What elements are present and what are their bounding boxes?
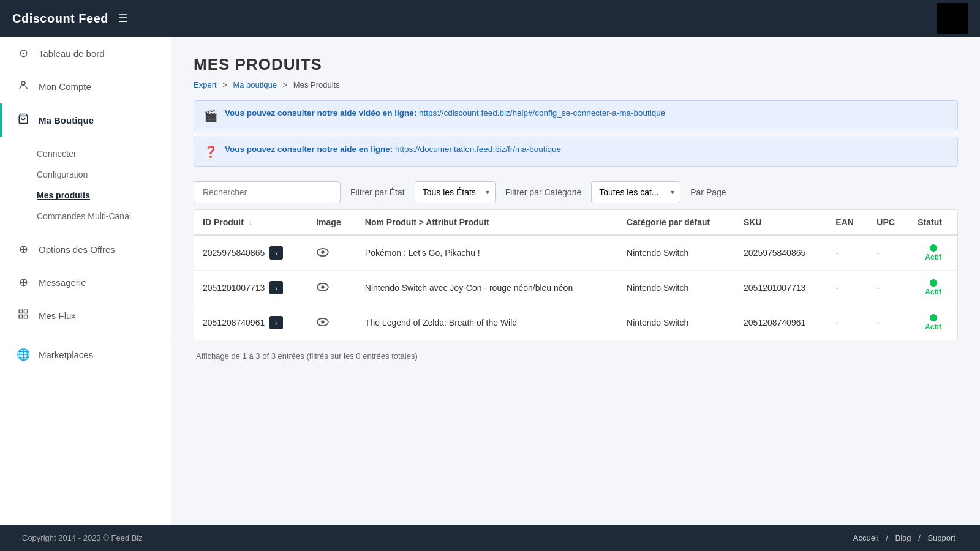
video-banner-link[interactable]: https://cdiscount.feed.biz/help#/config_…: [419, 108, 665, 118]
eye-icon[interactable]: [316, 281, 330, 294]
svg-rect-4: [19, 315, 22, 318]
sidebar-divider: [0, 335, 171, 335]
etat-select-wrapper: Tous les États Actif Inactif: [415, 181, 496, 203]
brand-title: Cdiscount Feed: [12, 12, 108, 26]
expand-button[interactable]: ›: [270, 246, 283, 260]
col-nom: Nom Produit > Attribut Produit: [356, 210, 618, 235]
cell-ean: -: [827, 235, 868, 271]
filters-row: Filtrer par État Tous les États Actif In…: [194, 181, 958, 203]
video-icon: 🎬: [204, 109, 217, 122]
breadcrumb: Expert > Ma boutique > Mes Produits: [194, 80, 958, 89]
sidebar-item-marketplaces[interactable]: 🌐 Marketplaces: [0, 338, 171, 371]
products-table-container: ID Produit ↕ Image Nom Produit > Attribu…: [194, 209, 958, 340]
eye-icon[interactable]: [316, 246, 330, 260]
cell-id: 2025975840865 ›: [194, 235, 307, 271]
status-dot: [930, 244, 937, 252]
col-ean: EAN: [827, 210, 868, 235]
svg-point-0: [21, 81, 25, 85]
footer-support[interactable]: Support: [927, 533, 956, 542]
menu-icon[interactable]: ☰: [118, 12, 128, 25]
svg-point-11: [322, 320, 325, 323]
cell-image: [307, 235, 356, 271]
cell-nom: Pokémon : Let's Go, Pikachu !: [356, 235, 618, 271]
sidebar-label-marketplaces: Marketplaces: [39, 350, 93, 360]
cell-upc: -: [868, 305, 909, 340]
sidebar-item-options[interactable]: ⊕ Options des Offres: [0, 233, 171, 266]
col-sku: SKU: [735, 210, 827, 235]
svg-rect-5: [24, 315, 28, 318]
col-categorie: Catégorie par défaut: [618, 210, 735, 235]
product-id-text: 2051208740961: [203, 318, 265, 328]
categorie-select-wrapper: Toutes les cat... Nintendo Switch PlaySt…: [591, 181, 680, 203]
status-dot: [930, 279, 937, 287]
sidebar-sub-boutique: Connecter Configuration Mes produits Com…: [0, 137, 171, 233]
categorie-select[interactable]: Toutes les cat... Nintendo Switch PlaySt…: [591, 181, 680, 203]
col-statut: Statut: [909, 210, 957, 235]
status-text: Actif: [925, 288, 941, 296]
sidebar-label-options: Options des Offres: [39, 244, 115, 255]
breadcrumb-boutique[interactable]: Ma boutique: [233, 80, 277, 89]
status-text: Actif: [925, 323, 941, 331]
cell-id: 2051201007713 ›: [194, 271, 307, 305]
svg-point-9: [322, 285, 325, 288]
breadcrumb-produits: Mes Produits: [293, 80, 340, 89]
status-text: Actif: [925, 253, 941, 261]
svg-rect-2: [19, 310, 22, 313]
expand-button[interactable]: ›: [270, 281, 283, 294]
video-banner-label: Vous pouvez consulter notre aide vidéo e…: [225, 108, 417, 118]
cell-sku: 2051208740961: [735, 305, 827, 340]
cell-upc: -: [868, 235, 909, 271]
cell-sku: 2025975840865: [735, 235, 827, 271]
breadcrumb-expert[interactable]: Expert: [194, 80, 217, 89]
product-id-text: 2025975840865: [203, 248, 265, 258]
options-icon: ⊕: [17, 242, 30, 256]
cell-statut: Actif: [909, 305, 957, 340]
product-id-text: 2051201007713: [203, 283, 265, 293]
sidebar-sub-configuration[interactable]: Configuration: [37, 164, 171, 185]
sidebar-item-flux[interactable]: Mes Flux: [0, 299, 171, 332]
categorie-filter-label: Filtrer par Catégorie: [505, 187, 582, 197]
sort-icon[interactable]: ↕: [249, 219, 252, 227]
etat-select[interactable]: Tous les États Actif Inactif: [415, 181, 496, 203]
page-title: MES PRODUITS: [194, 55, 958, 74]
eye-icon[interactable]: [316, 316, 330, 329]
main-content: MES PRODUITS Expert > Ma boutique > Mes …: [172, 37, 980, 551]
sidebar-label-flux: Mes Flux: [39, 310, 76, 321]
col-id: ID Produit ↕: [194, 210, 307, 235]
svg-point-7: [322, 250, 325, 253]
sidebar-item-compte[interactable]: Mon Compte: [0, 70, 171, 103]
footer-accueil[interactable]: Accueil: [853, 533, 879, 542]
sidebar-label-tableau: Tableau de bord: [39, 48, 105, 59]
account-icon: [17, 80, 30, 94]
help-banner-label: Vous pouvez consulter notre aide en lign…: [225, 144, 393, 154]
col-upc: UPC: [868, 210, 909, 235]
video-banner: 🎬 Vous pouvez consulter notre aide vidéo…: [194, 100, 958, 130]
dashboard-icon: ⊙: [17, 47, 30, 60]
products-table: ID Produit ↕ Image Nom Produit > Attribu…: [194, 210, 957, 340]
help-icon: ❓: [204, 145, 217, 159]
sidebar-sub-mes-produits[interactable]: Mes produits: [37, 185, 171, 206]
sidebar-item-boutique[interactable]: Ma Boutique: [0, 103, 171, 137]
boutique-icon: [17, 113, 30, 127]
sidebar-sub-connecter[interactable]: Connecter: [37, 143, 171, 164]
expand-button[interactable]: ›: [270, 316, 283, 329]
cell-nom: The Legend of Zelda: Breath of the Wild: [356, 305, 618, 340]
sidebar-item-messagerie[interactable]: ⊕ Messagerie: [0, 266, 171, 299]
cell-categorie: Nintendo Switch: [618, 271, 735, 305]
footer-copyright: Copyright 2014 - 2023 © Feed Biz: [22, 533, 143, 542]
sidebar-label-boutique: Ma Boutique: [39, 115, 94, 126]
sidebar-item-tableau[interactable]: ⊙ Tableau de bord: [0, 37, 171, 70]
cell-ean: -: [827, 271, 868, 305]
sidebar-sub-commandes[interactable]: Commandes Multi-Canal: [37, 206, 171, 227]
help-banner-link[interactable]: https://documentation.feed.biz/fr/ma-bou…: [395, 144, 561, 154]
footer-links: Accueil / Blog / Support: [851, 533, 958, 542]
etat-filter-label: Filtrer par État: [350, 187, 405, 197]
user-avatar[interactable]: [937, 3, 968, 34]
cell-upc: -: [868, 271, 909, 305]
help-banner: ❓ Vous pouvez consulter notre aide en li…: [194, 137, 958, 167]
sidebar: ⊙ Tableau de bord Mon Compte Ma Boutique…: [0, 37, 172, 551]
search-input[interactable]: [194, 181, 341, 203]
footer-blog[interactable]: Blog: [895, 533, 911, 542]
cell-id: 2051208740961 ›: [194, 305, 307, 340]
perpage-label: Par Page: [690, 187, 726, 197]
